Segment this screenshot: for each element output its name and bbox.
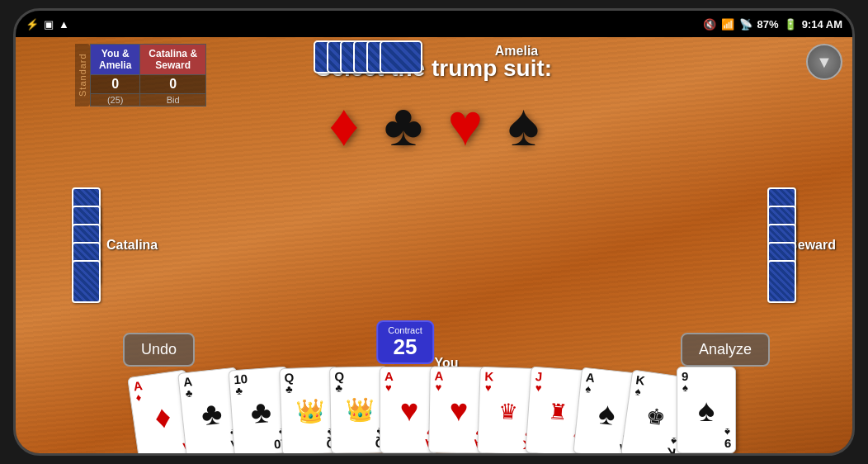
battery-percent: 87% bbox=[757, 18, 779, 31]
signal-icon: 📡 bbox=[739, 18, 752, 31]
game-area: Standard You & Amelia Catalina & Seward … bbox=[16, 37, 852, 453]
status-bar: ⚡ ▣ ▲ 🔇 📶 📡 87% 🔋 9:14 AM bbox=[16, 11, 852, 37]
score-panel: Standard You & Amelia Catalina & Seward … bbox=[75, 44, 206, 107]
contract-badge: Contract 25 bbox=[376, 320, 434, 364]
player-amelia-label: Amelia bbox=[495, 44, 538, 59]
contract-number: 25 bbox=[388, 335, 422, 359]
team2-score: 0 bbox=[140, 75, 206, 94]
seward-card-5 bbox=[767, 260, 796, 303]
heart-suit-button[interactable]: ♥ bbox=[448, 95, 484, 154]
usb-icon: ⚡ bbox=[26, 18, 39, 31]
amelia-card-6 bbox=[380, 40, 422, 73]
amelia-cards bbox=[328, 40, 408, 73]
wifi-active-icon: 📶 bbox=[721, 18, 734, 31]
team2-header: Catalina & Seward bbox=[140, 45, 206, 75]
bid-label: Bid bbox=[140, 94, 206, 107]
player-catalina-label: Catalina bbox=[106, 238, 158, 253]
player-hand: A ♦ ♦ A ♦ A ♣ ♣ A ♣ 10 ♣ ♣ 10 ♣ bbox=[63, 367, 805, 453]
battery-icon: 🔋 bbox=[784, 18, 797, 31]
status-icons-left: ⚡ ▣ ▲ bbox=[26, 18, 69, 31]
diamond-suit-button[interactable]: ♦ bbox=[329, 95, 360, 154]
analyze-button[interactable]: Analyze bbox=[681, 333, 770, 367]
status-icons-right: 🔇 📶 📡 87% 🔋 9:14 AM bbox=[703, 18, 842, 31]
clock: 9:14 AM bbox=[802, 18, 842, 31]
game-mode-label: Standard bbox=[75, 44, 90, 107]
team1-score: 0 bbox=[91, 75, 140, 94]
score-table: You & Amelia Catalina & Seward 0 0 (25) … bbox=[90, 44, 206, 107]
phone-frame: ⚡ ▣ ▲ 🔇 📶 📡 87% 🔋 9:14 AM Standard You &… bbox=[13, 8, 855, 456]
undo-button[interactable]: Undo bbox=[123, 333, 195, 367]
team1-header: You & Amelia bbox=[91, 45, 140, 75]
trump-suits: ♦ ♣ ♥ ♠ bbox=[329, 95, 540, 154]
catalina-card-5 bbox=[72, 260, 101, 303]
club-suit-button[interactable]: ♣ bbox=[384, 95, 422, 154]
help-button[interactable]: ▼ bbox=[806, 44, 842, 80]
seward-cards bbox=[767, 200, 796, 291]
catalina-cards bbox=[72, 200, 101, 291]
mute-icon: 🔇 bbox=[703, 18, 716, 31]
wifi-icon: ▲ bbox=[59, 18, 69, 31]
sim-icon: ▣ bbox=[44, 18, 54, 31]
bid-info: (25) bbox=[91, 94, 140, 107]
hand-card-12[interactable]: 9 ♠ ♠ 9 ♠ bbox=[677, 367, 736, 453]
spade-suit-button[interactable]: ♠ bbox=[507, 95, 539, 154]
